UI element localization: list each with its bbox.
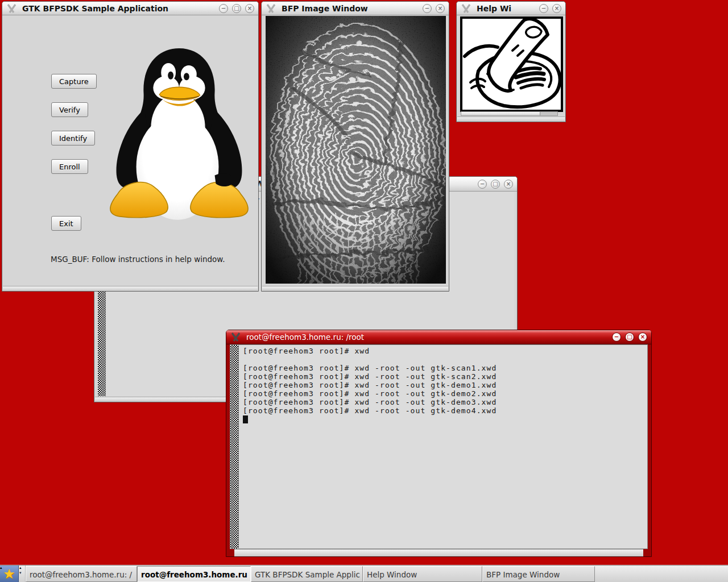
arrow-down-icon[interactable]: ▾: [19, 571, 22, 575]
action-buttons: Capture Verify Identify Enroll: [51, 74, 97, 174]
maximize-button[interactable]: □: [491, 180, 500, 189]
taskbar-task[interactable]: root@freehom3.home.ru: [137, 566, 251, 582]
maximize-button[interactable]: □: [232, 4, 241, 13]
desktop: W − □ × /) root@freehom3.home.ru: /root …: [0, 0, 728, 582]
window-terminal[interactable]: root@freehom3.home.ru: /root − □ × [root…: [226, 330, 652, 557]
window-title: GTK BFPSDK Sample Application: [22, 4, 168, 13]
close-button[interactable]: ×: [638, 332, 647, 342]
terminal-body[interactable]: [root@freehom3 root]# xwd [root@freehom3…: [230, 344, 648, 549]
titlebar-help[interactable]: Help Wi − ×: [457, 2, 565, 15]
taskbar-task[interactable]: Help Window: [363, 566, 482, 582]
star-icon: ★: [3, 568, 15, 580]
close-button[interactable]: ×: [552, 4, 561, 13]
window-help[interactable]: Help Wi − ×: [456, 1, 566, 122]
status-message: MSG_BUF: Follow instructions in help win…: [51, 255, 225, 264]
titlebar-bfp[interactable]: BFP Image Window − ×: [262, 2, 449, 15]
minimize-button[interactable]: −: [478, 180, 487, 189]
task-scroll-strip[interactable]: ▴ ▾: [19, 566, 26, 582]
task-label: GTK BFPSDK Sample Applic: [255, 570, 360, 579]
arrow-up-icon[interactable]: ▴: [19, 566, 22, 570]
titlebar-terminal[interactable]: root@freehom3.home.ru: /root − □ ×: [226, 330, 651, 344]
close-button[interactable]: ×: [436, 4, 445, 13]
x11-icon: [461, 4, 471, 13]
horizontal-scrollbar[interactable]: [461, 111, 558, 116]
maximize-button[interactable]: □: [625, 332, 634, 342]
minimize-button[interactable]: −: [219, 4, 228, 13]
terminal-output[interactable]: [root@freehom3 root]# xwd [root@freehom3…: [239, 345, 647, 548]
task-label: Help Window: [367, 570, 417, 579]
window-title: root@freehom3.home.ru: /root: [246, 332, 364, 342]
panel-arrow-icon[interactable]: ▴: [0, 566, 2, 570]
terminal-cursor: [243, 415, 248, 423]
taskbar-tasks: root@freehom3.home.ru: / root@freehom3.h…: [26, 566, 595, 582]
minimize-button[interactable]: −: [423, 4, 432, 13]
terminal-line: [root@freehom3 root]# xwd -root -out gtk…: [243, 389, 644, 398]
terminal-line: [root@freehom3 root]# xwd -root -out gtk…: [243, 364, 644, 372]
action-button[interactable]: Capture: [51, 74, 97, 89]
terminal-line: [243, 355, 644, 364]
window-title: Help Wi: [477, 4, 511, 13]
action-button[interactable]: Verify: [51, 102, 88, 117]
x11-icon: [230, 332, 241, 342]
taskbar-task[interactable]: root@freehom3.home.ru: /: [26, 566, 137, 582]
terminal-line: [root@freehom3 root]# xwd -root -out gtk…: [243, 398, 644, 406]
terminal-line: [root@freehom3 root]# xwd: [243, 347, 644, 355]
taskbar: ▴ ★ ▴ ▾ root@freehom3.home.ru: / root@fr…: [0, 566, 728, 582]
task-label: BFP Image Window: [486, 570, 560, 579]
action-button[interactable]: Identify: [51, 131, 95, 146]
window-bfp-image[interactable]: BFP Image Window − ×: [261, 1, 449, 292]
exit-button[interactable]: Exit: [51, 216, 81, 231]
scrollbar-thumb[interactable]: [461, 112, 540, 115]
action-button[interactable]: Enroll: [51, 159, 88, 174]
finger-illustration: [460, 16, 563, 112]
close-button[interactable]: ×: [245, 4, 254, 13]
task-label: root@freehom3.home.ru: [141, 570, 247, 579]
minimize-button[interactable]: −: [539, 4, 548, 13]
titlebar-app[interactable]: GTK BFPSDK Sample Application − □ ×: [2, 2, 258, 15]
taskbar-task[interactable]: GTK BFPSDK Sample Applic: [251, 566, 363, 582]
tux-penguin-icon: [103, 41, 255, 225]
x11-icon: [6, 4, 17, 13]
terminal-line: [root@freehom3 root]# xwd -root -out gtk…: [243, 406, 644, 415]
minimize-button[interactable]: −: [612, 332, 621, 342]
terminal-line: [root@freehom3 root]# xwd -root -out gtk…: [243, 381, 644, 389]
launcher-button[interactable]: ★: [0, 566, 19, 582]
window-app[interactable]: GTK BFPSDK Sample Application − □ × Capt…: [2, 1, 259, 292]
task-label: root@freehom3.home.ru: /: [30, 570, 132, 579]
x11-icon: [266, 4, 276, 13]
window-title: BFP Image Window: [282, 4, 368, 13]
terminal-line: [root@freehom3 root]# xwd -root -out gtk…: [243, 372, 644, 381]
taskbar-task[interactable]: BFP Image Window: [482, 566, 595, 582]
fingerprint-image: [266, 16, 446, 284]
terminal-scrollbar[interactable]: [230, 345, 239, 548]
close-button[interactable]: ×: [504, 180, 513, 189]
terminal-lines: [root@freehom3 root]# xwd [root@freehom3…: [243, 347, 644, 415]
